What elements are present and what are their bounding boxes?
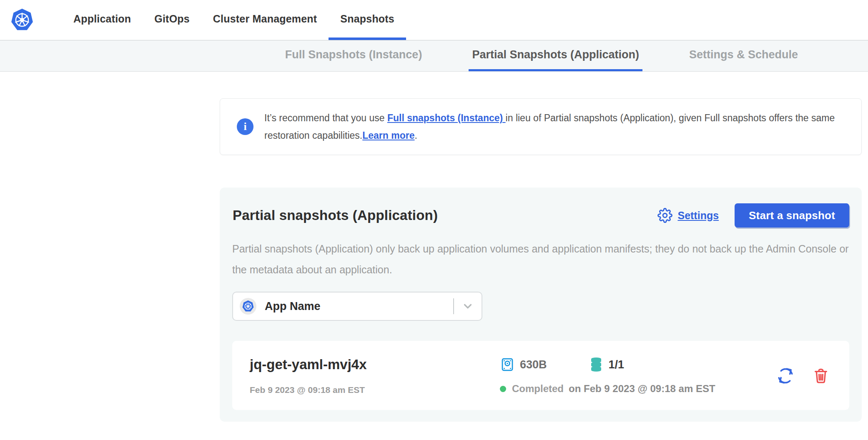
chevron-down-icon[interactable] xyxy=(462,300,474,312)
snapshots-tab-bar: Full Snapshots (Instance) Partial Snapsh… xyxy=(0,40,868,72)
disk-volume-icon xyxy=(500,357,515,372)
kubernetes-logo-icon xyxy=(10,8,34,32)
app-select-value: App Name xyxy=(265,300,321,313)
info-text-1: It’s recommend that you use xyxy=(264,112,387,123)
snapshot-volumes-value: 1/1 xyxy=(609,358,625,371)
nav-item-application[interactable]: Application xyxy=(62,0,143,40)
panel-title: Partial snapshots (Application) xyxy=(233,208,438,223)
info-banner-text: It’s recommend that you use Full snapsho… xyxy=(264,109,845,144)
settings-label: Settings xyxy=(677,210,719,222)
nav-item-cluster-management[interactable]: Cluster Management xyxy=(201,0,329,40)
snapshot-list: jq-get-yaml-mvj4x Feb 9 2023 @ 09:18 am … xyxy=(232,341,849,410)
full-snapshots-instance-link[interactable]: Full snapshots (Instance) xyxy=(387,112,506,123)
kubernetes-icon xyxy=(242,300,254,312)
snapshot-status: Completed on Feb 9 2023 @ 09:18 am EST xyxy=(500,383,776,395)
page-content: i It’s recommend that you use Full snaps… xyxy=(220,72,862,422)
start-snapshot-button[interactable]: Start a snapshot xyxy=(735,203,849,228)
gear-icon xyxy=(657,208,672,223)
restore-snapshot-button[interactable] xyxy=(776,366,795,385)
app-name-select[interactable]: App Name xyxy=(232,292,482,321)
snapshot-settings-link[interactable]: Settings xyxy=(657,208,719,223)
kubernetes-logo xyxy=(0,0,34,40)
primary-nav: Application GitOps Cluster Management Sn… xyxy=(62,0,406,40)
panel-description: Partial snapshots (Application) only bac… xyxy=(232,238,849,280)
restore-refresh-icon xyxy=(776,366,795,385)
database-icon xyxy=(589,357,604,372)
select-divider xyxy=(453,298,454,314)
info-text-3: . xyxy=(415,130,417,141)
status-green-dot xyxy=(500,386,506,392)
status-label: Completed xyxy=(512,383,564,395)
app-avatar xyxy=(240,298,256,315)
snapshot-identity: jq-get-yaml-mvj4x Feb 9 2023 @ 09:18 am … xyxy=(250,357,500,395)
snapshot-volumes: 1/1 xyxy=(589,357,625,372)
snapshot-size: 630B xyxy=(500,357,547,372)
panel-header-actions: Settings Start a snapshot xyxy=(657,203,849,228)
snapshot-name[interactable]: jq-get-yaml-mvj4x xyxy=(250,357,500,372)
tab-full-snapshots-instance[interactable]: Full Snapshots (Instance) xyxy=(282,40,426,71)
delete-snapshot-button[interactable] xyxy=(813,368,829,384)
nav-item-gitops[interactable]: GitOps xyxy=(143,0,201,40)
trash-icon xyxy=(813,368,829,384)
info-banner: i It’s recommend that you use Full snaps… xyxy=(220,98,862,155)
snapshot-actions xyxy=(776,366,832,385)
snapshot-details: 630B xyxy=(500,357,776,395)
snapshot-size-value: 630B xyxy=(520,358,547,371)
tab-settings-schedule[interactable]: Settings & Schedule xyxy=(686,40,801,71)
nav-item-snapshots[interactable]: Snapshots xyxy=(329,0,406,40)
learn-more-link[interactable]: Learn more xyxy=(362,130,414,141)
snapshot-row: jq-get-yaml-mvj4x Feb 9 2023 @ 09:18 am … xyxy=(232,341,849,410)
snapshot-started-at: Feb 9 2023 @ 09:18 am EST xyxy=(250,385,500,395)
status-finished-at: on Feb 9 2023 @ 09:18 am EST xyxy=(569,383,715,395)
panel-header: Partial snapshots (Application) Settings… xyxy=(232,203,849,228)
top-navigation: Application GitOps Cluster Management Sn… xyxy=(0,0,868,40)
tab-partial-snapshots-application[interactable]: Partial Snapshots (Application) xyxy=(469,40,642,71)
info-circle-icon: i xyxy=(237,118,253,135)
partial-snapshots-panel: Partial snapshots (Application) Settings… xyxy=(220,188,862,422)
snapshot-metrics: 630B xyxy=(500,357,776,372)
